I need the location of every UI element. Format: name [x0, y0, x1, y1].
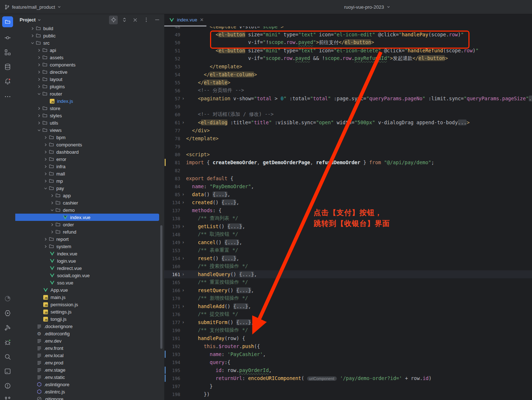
code-line-61[interactable]: 61› <el-dialog :title="title" :visible.s…: [164, 118, 532, 126]
project-scrollbar[interactable]: [160, 225, 162, 349]
tree-item-main-js[interactable]: JSmain.js: [15, 294, 159, 301]
chevron-right-icon[interactable]: [36, 62, 42, 68]
fold-arrow-icon[interactable]: ›: [180, 200, 186, 205]
tree-item--env-dev[interactable]: .env.dev: [15, 337, 159, 344]
database-tool-button[interactable]: [2, 61, 13, 72]
chevron-right-icon[interactable]: [43, 149, 48, 155]
tree-item-order[interactable]: order: [15, 221, 159, 228]
chevron-down-icon[interactable]: [36, 128, 42, 133]
expand-all-button[interactable]: [120, 16, 129, 24]
chevron-right-icon[interactable]: [43, 244, 48, 249]
code-line-190[interactable]: 190 /** 支付按钮操作 */: [164, 326, 532, 334]
chevron-right-icon[interactable]: [43, 142, 48, 148]
code-line-54[interactable]: 54 </el-table-column>: [164, 70, 532, 78]
tree-item-index-vue[interactable]: index.vue: [15, 250, 159, 257]
version-control-tool-button[interactable]: [2, 394, 13, 400]
fold-arrow-icon[interactable]: ›: [180, 256, 186, 261]
code-line-77[interactable]: 77 </div>: [164, 126, 532, 134]
tree-item-pay[interactable]: pay: [15, 185, 159, 192]
search-tool-button[interactable]: [2, 351, 13, 362]
code-line-59[interactable]: 59: [164, 102, 532, 110]
chevron-right-icon[interactable]: [36, 77, 42, 82]
tree-item-infra[interactable]: infra: [15, 163, 159, 170]
code-area[interactable]: 48 <template v-slot="scope">49 <el-butto…: [164, 27, 532, 400]
code-line-78[interactable]: 78</template>: [164, 134, 532, 142]
chevron-right-icon[interactable]: [30, 26, 35, 31]
code-line-57[interactable]: 57› <pagination v-show="total > 0" :tota…: [164, 94, 532, 102]
code-line-137[interactable]: 137 methods: {: [164, 206, 532, 214]
chevron-right-icon[interactable]: [49, 222, 55, 227]
fold-arrow-icon[interactable]: ›: [180, 240, 186, 245]
fold-arrow-icon[interactable]: ›: [180, 304, 186, 309]
code-line-171[interactable]: 171› handleAdd() {...},: [164, 302, 532, 310]
tree-item-components[interactable]: components: [15, 61, 159, 68]
debug-tool-button[interactable]: [2, 337, 13, 348]
code-line-149[interactable]: 149› cancel() {...},: [164, 238, 532, 246]
tree-item--env-front[interactable]: .env.front: [15, 344, 159, 352]
tree-item--editorconfig[interactable]: ⚙.editorconfig: [15, 330, 159, 337]
chevron-right-icon[interactable]: [43, 178, 48, 184]
code-line-56[interactable]: 56 <!-- 分页组件 -->: [164, 86, 532, 94]
project-panel-title[interactable]: Project: [20, 17, 41, 23]
tree-item-report[interactable]: report: [15, 235, 159, 243]
tree-item--env-local[interactable]: .env.local: [15, 352, 159, 359]
tree-item-login-vue[interactable]: login.vue: [15, 257, 159, 264]
tree-item-build[interactable]: build: [15, 25, 159, 32]
profiler-tool-button[interactable]: [2, 293, 13, 304]
collapse-all-button[interactable]: [131, 16, 140, 24]
tree-item-public[interactable]: public: [15, 32, 159, 39]
tree-item-tongji-js[interactable]: JStongji.js: [15, 315, 159, 323]
tab-index-vue[interactable]: index.vue ✕: [165, 14, 207, 25]
tree-item-settings-js[interactable]: JSsettings.js: [15, 308, 159, 315]
project-tool-button[interactable]: [2, 16, 13, 27]
fold-arrow-icon[interactable]: ›: [180, 120, 186, 125]
tree-item-permission-js[interactable]: JSpermission.js: [15, 301, 159, 308]
chevron-right-icon[interactable]: [36, 106, 42, 111]
tree-item-sso-vue[interactable]: sso.vue: [15, 279, 159, 286]
tree-item--env-static[interactable]: .env.static: [15, 373, 159, 381]
chevron-right-icon[interactable]: [49, 229, 55, 235]
code-line-192[interactable]: 192 this.$router.push({: [164, 342, 532, 350]
chevron-right-icon[interactable]: [36, 55, 42, 60]
fold-arrow-icon[interactable]: ›: [180, 96, 186, 101]
code-line-82[interactable]: 82: [164, 166, 532, 174]
tree-item--env-prod[interactable]: .env.prod: [15, 359, 159, 366]
project-selector[interactable]: ruoyi-vue-pro-2023: [344, 0, 390, 14]
tree-item-api[interactable]: api: [15, 47, 159, 54]
commit-tool-button[interactable]: [2, 32, 13, 43]
tree-item-index-js[interactable]: JSindex.js: [15, 97, 159, 105]
code-line-80[interactable]: 80<script>: [164, 150, 532, 158]
chevron-down-icon[interactable]: [30, 40, 35, 46]
code-line-84[interactable]: 84 name: "PayDemoOrder",: [164, 182, 532, 190]
code-line-197[interactable]: 197 }: [164, 382, 532, 390]
tree-item-error[interactable]: error: [15, 155, 159, 163]
fold-arrow-icon[interactable]: ›: [180, 272, 186, 277]
code-line-177[interactable]: 177› submitForm() {...},: [164, 318, 532, 326]
tree-item-app-vue[interactable]: App.vue: [15, 286, 159, 294]
code-line-153[interactable]: 153 /** 表单重置 */: [164, 246, 532, 254]
chevron-down-icon[interactable]: [36, 91, 42, 97]
build-tool-button[interactable]: [2, 322, 13, 333]
terminal-tool-button[interactable]: [2, 366, 13, 377]
chevron-right-icon[interactable]: [36, 113, 42, 118]
code-line-83[interactable]: 83export default {: [164, 174, 532, 182]
chevron-right-icon[interactable]: [43, 135, 48, 140]
tree-item-components[interactable]: components: [15, 141, 159, 148]
tree-item-dashboard[interactable]: dashboard: [15, 148, 159, 155]
git-branch-widget[interactable]: feature/mall_product: [4, 4, 61, 10]
tree-item-layout[interactable]: layout: [15, 76, 159, 83]
code-line-51[interactable]: 51 <el-button size="mini" type="text" ic…: [164, 47, 532, 54]
code-line-148[interactable]: 148 /** 取消按钮 */: [164, 230, 532, 238]
tree-item-refund[interactable]: refund: [15, 228, 159, 235]
tree-item--dockerignore[interactable]: .dockerignore: [15, 323, 159, 330]
code-line-48[interactable]: 48 <template v-slot="scope">: [164, 27, 532, 31]
chevron-right-icon[interactable]: [43, 237, 48, 242]
code-line-85[interactable]: 85› data() {...},: [164, 190, 532, 198]
structure-tool-button[interactable]: [2, 47, 13, 58]
code-line-134[interactable]: 134› created() {...},: [164, 198, 532, 206]
tree-item-redirect-vue[interactable]: redirect.vue: [15, 264, 159, 272]
services-tool-button[interactable]: [2, 308, 13, 319]
code-line-160[interactable]: 160 /** 搜索按钮操作 */: [164, 262, 532, 270]
code-line-50[interactable]: 50 v-if="!scope.row.payed">前往支付</el-butt…: [164, 39, 532, 47]
chevron-right-icon[interactable]: [43, 164, 48, 169]
